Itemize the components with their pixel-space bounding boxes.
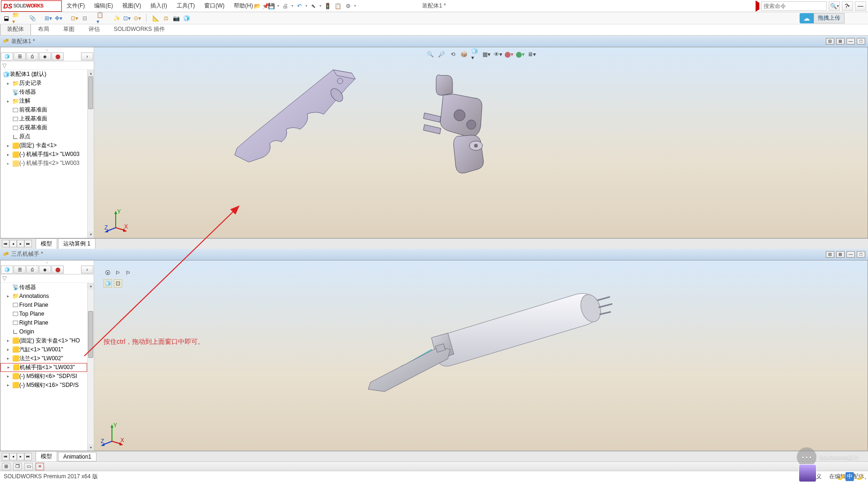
tree-right-plane[interactable]: Right Plane [19,319,48,326]
assembly-viz-icon[interactable]: 🧊 [182,14,191,22]
select-icon[interactable]: ⬉ [309,2,318,10]
exploded-icon[interactable]: ✨ [112,14,121,22]
fm-tab-property-icon[interactable]: ☰ [14,266,26,274]
btab-nav-first-icon[interactable]: ⏮ [2,453,9,460]
doc1-minimize-icon[interactable]: — [846,38,855,44]
rebuild-icon[interactable]: 🚦 [323,2,332,10]
save-icon[interactable]: 💾 [267,2,275,10]
fm-expand-icon[interactable]: › [81,266,93,274]
tree-part-2[interactable]: (-) 机械手指<1> "LW003 [19,150,80,158]
tree-part-2[interactable]: 汽缸<1> "LW001" [19,346,63,354]
fm-tab-dim-icon[interactable]: ◈ [39,52,51,60]
menu-view[interactable]: 视图(V) [118,2,146,10]
tree-part-1[interactable]: (固定) 卡盘<1> [19,141,57,149]
btab-animation[interactable]: Animation1 [58,452,96,461]
smart-fastener-icon[interactable]: ⊡▾ [70,14,79,22]
btab-nav-prev-icon[interactable]: ◂ [9,240,17,247]
flag3-icon[interactable]: 🏳 [124,269,133,277]
btab-motion-study[interactable]: 运动算例 1 [58,238,96,249]
tree-front-plane[interactable]: Front Plane [19,302,48,308]
scroll-up-icon[interactable]: ▴ [88,283,94,289]
doc2-maximize-icon[interactable]: □ [857,251,865,258]
scroll-thumb[interactable] [88,311,93,358]
btab-nav-next-icon[interactable]: ▸ [17,240,24,247]
menu-file[interactable]: 文件(F) [62,2,89,10]
tool-icon[interactable]: ⬓ [2,14,10,22]
filter-icon[interactable]: ▽ [2,62,7,69]
tab-layout[interactable]: 布局 [31,23,56,35]
view-orient-icon[interactable]: 🧊▾ [471,50,480,59]
btab-nav-last-icon[interactable]: ⏭ [24,453,32,460]
minimize-window-icon[interactable]: — [855,1,866,11]
snapshot-icon[interactable]: 📷 [172,14,180,22]
zoom-fit-icon[interactable]: 🔍 [426,50,435,59]
menu-insert[interactable]: 插入(I) [146,2,171,10]
measure-icon[interactable]: 📐 [151,14,160,22]
tree-part-6[interactable]: (-) M5螺钉<16> "SDP/S [19,381,79,389]
fm-tab-display-icon[interactable]: ⬤ [52,52,64,60]
win-arrange-icon[interactable]: ▭ [24,463,33,470]
tool-open-icon[interactable]: 📁▾ [12,14,21,22]
btab-nav-next-icon[interactable]: ▸ [17,453,24,460]
fm-tab-property-icon[interactable]: ☰ [14,52,26,60]
fm-tab-tree-icon[interactable]: 🧊 [1,52,13,60]
assy-mode-icon[interactable]: ⊡ [114,279,122,288]
tree-annotations[interactable]: 注解 [19,97,30,105]
new-doc-icon[interactable]: 🗋 [239,2,247,10]
display-style-icon[interactable]: ▦▾ [482,50,491,59]
btab-model[interactable]: 模型 [36,238,57,249]
hide-show-icon[interactable]: 👁▾ [494,50,502,59]
tab-sketch[interactable]: 草图 [56,23,82,35]
search-play-icon[interactable] [756,3,759,9]
bom-icon[interactable]: 📋▾ [96,14,105,22]
fm-tab-config-icon[interactable]: ⎙ [26,52,38,60]
doc1-tile-v-icon[interactable]: ⊞ [836,38,845,44]
tree-front-plane[interactable]: 前视基准面 [19,106,47,114]
open-doc-icon[interactable]: 📂 [253,2,261,10]
scroll-down-icon[interactable]: ▾ [88,231,94,238]
section-icon[interactable]: 📦 [460,50,468,59]
doc2-tile-v-icon[interactable]: ⊞ [836,251,845,258]
zoom-area-icon[interactable]: 🔎 [438,50,446,59]
tree-right-plane[interactable]: 右视基准面 [19,124,47,132]
view-triad-icon[interactable]: Y Z X [100,423,124,447]
scene-icon[interactable]: ⬤▾ [516,50,525,59]
part-mode-icon[interactable]: 🧊 [104,279,112,288]
doc2-minimize-icon[interactable]: — [846,251,855,258]
move-icon[interactable]: ✥▾ [54,14,63,22]
flag-icon[interactable]: ⦿ [104,269,112,277]
doc1-maximize-icon[interactable]: □ [857,38,865,44]
help-button[interactable]: ?▾ [842,1,853,11]
tab-addins[interactable]: SOLIDWORKS 插件 [107,23,172,35]
doc2-tree[interactable]: 📡传感器 ▸📁Annotations Front Plane Top Plane… [0,283,94,451]
scroll-thumb[interactable] [88,76,93,109]
menu-edit[interactable]: 编辑(E) [89,2,118,10]
reference-icon[interactable]: ⊟ [81,14,89,22]
panel-grip-icon[interactable]: • [0,260,94,265]
fm-expand-icon[interactable]: › [81,52,93,60]
tree-history[interactable]: 历史记录 [19,79,42,87]
doc1-tree-scrollbar[interactable]: ▴ ▾ [87,70,94,238]
tree-origin[interactable]: 原点 [19,133,30,141]
print-icon[interactable]: 🖨 [281,2,289,10]
doc1-viewport[interactable]: 🔍 🔎 ⟲ 📦 🧊▾ ▦▾ 👁▾ ⬤▾ ⬤▾ 🖥▾ [94,47,868,238]
tree-part-5[interactable]: (-) M5螺钉<6> "SDP/SI [19,372,77,380]
tool-icon-2[interactable]: ⊙▾ [133,14,141,22]
btab-model[interactable]: 模型 [36,451,57,462]
settings-icon[interactable]: ⚙ [344,2,352,10]
panel-grip-icon[interactable]: • [0,47,94,52]
doc2-viewport[interactable]: ⦿ 🏳 🏳 🧊 ⊡ [94,260,868,451]
ime-punct-icon[interactable]: 🌙 [856,474,863,480]
menu-tools[interactable]: 工具(T) [172,2,200,10]
ime-mode-icon[interactable]: , [865,474,866,480]
ime-indicator[interactable]: 中 [846,472,854,481]
tab-evaluate[interactable]: 评估 [82,23,107,35]
tab-assembly[interactable]: 装配体 [0,23,31,35]
win-close-icon[interactable]: ✕ [36,463,44,470]
upload-button[interactable]: ☁ 拖拽上传 [800,13,845,23]
user-avatar[interactable] [799,464,816,482]
fm-tab-dim-icon[interactable]: ◈ [39,266,51,274]
win-cascade-icon[interactable]: ❐ [13,463,22,470]
scroll-up-icon[interactable]: ▴ [88,70,94,76]
tree-sensors[interactable]: 传感器 [19,283,36,291]
